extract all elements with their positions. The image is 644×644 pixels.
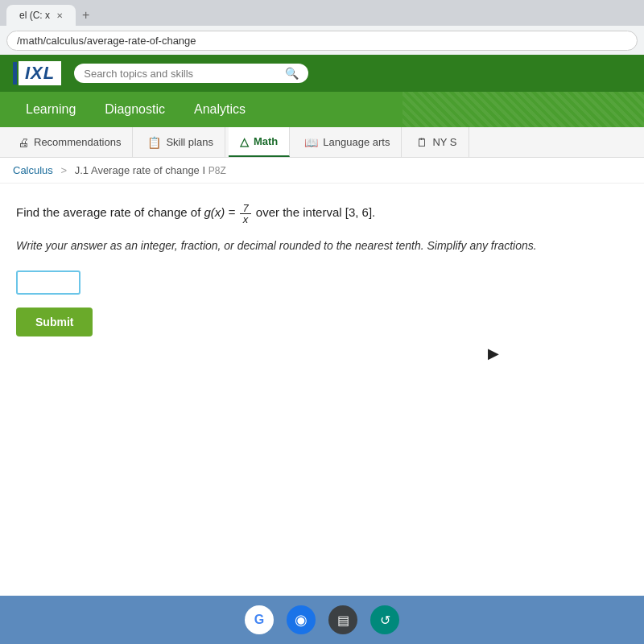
nav-pattern — [402, 92, 644, 127]
breadcrumb-current: J.1 Average rate of change I — [75, 164, 205, 176]
browser-chrome: el (C: x ✕ + /math/calculus/average-rate… — [0, 0, 644, 55]
chrome-icon: ◉ — [295, 611, 308, 629]
search-input[interactable] — [84, 68, 279, 80]
sub-nav-nys-label: NY S — [432, 136, 456, 148]
submit-button[interactable]: Submit — [16, 308, 93, 336]
sub-nav-skill-plans-label: Skill plans — [166, 136, 213, 148]
tab-title: el (C: x — [19, 10, 50, 21]
sub-nav-recommendations[interactable]: 🖨 Recommendations — [6, 127, 133, 157]
address-bar-row: /math/calculus/average-rate-of-change — [0, 26, 644, 55]
sub-nav: 🖨 Recommendations 📋 Skill plans △ Math 📖… — [0, 127, 644, 158]
address-text: /math/calculus/average-rate-of-change — [17, 35, 196, 47]
sub-nav-skill-plans[interactable]: 📋 Skill plans — [136, 127, 225, 157]
sub-nav-math[interactable]: △ Math — [229, 127, 290, 157]
search-icon: 🔍 — [285, 67, 299, 80]
tab-close-button[interactable]: ✕ — [56, 11, 63, 20]
logo-text: IXL — [19, 61, 61, 85]
tab-bar: el (C: x ✕ + — [0, 0, 644, 26]
nav-item-diagnostic[interactable]: Diagnostic — [92, 96, 178, 123]
breadcrumb-separator: > — [60, 164, 67, 176]
new-tab-button[interactable]: + — [76, 8, 96, 23]
main-content: Find the average rate of change of g(x) … — [0, 184, 644, 356]
sub-nav-recommendations-label: Recommendations — [34, 136, 121, 148]
chrome-taskbar-icon[interactable]: ◉ — [287, 605, 316, 634]
page-content: IXL 🔍 Learning Diagnostic Analytics 🖨 Re… — [0, 55, 644, 596]
breadcrumb-code: P8Z — [208, 165, 226, 176]
google-icon: G — [254, 613, 264, 627]
fraction-numerator: 7 — [240, 203, 250, 214]
active-tab[interactable]: el (C: x ✕ — [6, 5, 76, 26]
problem-prefix: Find the average rate of change of — [16, 205, 204, 219]
files-taskbar-icon[interactable]: ▤ — [328, 605, 357, 634]
problem-suffix: over the interval [3, 6]. — [256, 205, 375, 219]
answer-input[interactable] — [16, 270, 80, 295]
apps-taskbar-icon[interactable]: ↺ — [370, 605, 399, 634]
sub-nav-nys[interactable]: 🗒 NY S — [405, 127, 469, 157]
fraction: 7x — [240, 203, 250, 225]
recommendations-icon: 🖨 — [18, 136, 29, 149]
sub-nav-language-arts-label: Language arts — [323, 136, 390, 148]
nav-bar: Learning Diagnostic Analytics — [0, 92, 644, 127]
math-icon: △ — [240, 135, 249, 148]
taskbar: G ◉ ▤ ↺ — [0, 596, 644, 644]
ixl-header: IXL 🔍 — [0, 55, 644, 92]
breadcrumb-parent[interactable]: Calculus — [13, 164, 53, 176]
problem-func: g(x) = 7x — [204, 205, 256, 219]
problem-statement: Find the average rate of change of g(x) … — [16, 203, 628, 225]
ixl-logo: IXL — [13, 61, 61, 85]
search-bar[interactable]: 🔍 — [74, 64, 308, 83]
logo-bar — [13, 62, 17, 85]
sub-nav-language-arts[interactable]: 📖 Language arts — [293, 127, 402, 157]
google-taskbar-icon[interactable]: G — [245, 605, 274, 634]
nys-icon: 🗒 — [416, 136, 427, 149]
address-bar[interactable]: /math/calculus/average-rate-of-change — [6, 31, 638, 51]
nav-item-learning[interactable]: Learning — [13, 96, 89, 123]
skill-plans-icon: 📋 — [147, 136, 161, 149]
breadcrumb: Calculus > J.1 Average rate of change I … — [0, 158, 644, 184]
fraction-denominator: x — [241, 214, 251, 225]
instruction-text: Write your answer as an integer, fractio… — [16, 237, 628, 254]
nav-item-analytics[interactable]: Analytics — [181, 96, 258, 123]
language-arts-icon: 📖 — [304, 136, 318, 149]
files-icon: ▤ — [337, 613, 349, 628]
apps-icon: ↺ — [380, 613, 390, 628]
sub-nav-math-label: Math — [254, 135, 278, 147]
